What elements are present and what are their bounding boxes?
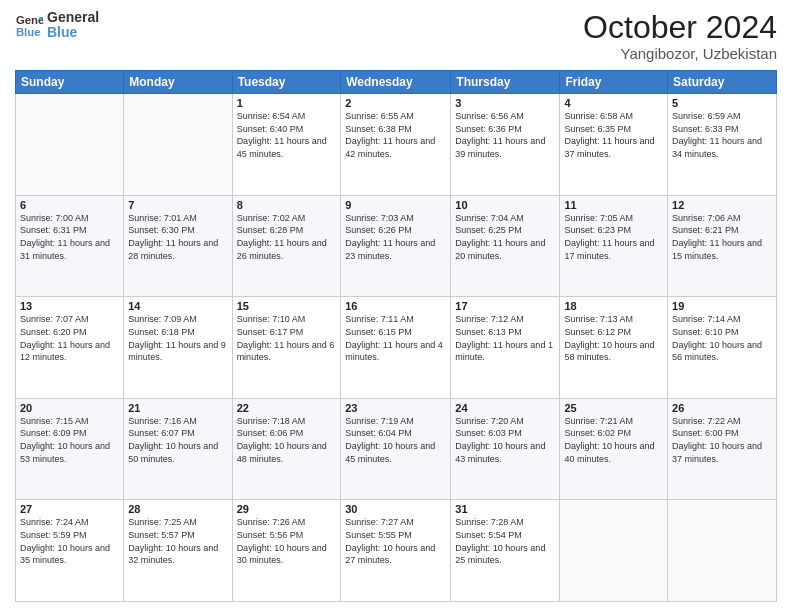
day-detail: Sunrise: 7:28 AMSunset: 5:54 PMDaylight:… xyxy=(455,516,555,566)
day-detail: Sunrise: 7:25 AMSunset: 5:57 PMDaylight:… xyxy=(128,516,227,566)
day-cell: 9Sunrise: 7:03 AMSunset: 6:26 PMDaylight… xyxy=(341,195,451,297)
day-cell: 4Sunrise: 6:58 AMSunset: 6:35 PMDaylight… xyxy=(560,94,668,196)
day-number: 1 xyxy=(237,97,337,109)
day-detail: Sunrise: 6:56 AMSunset: 6:36 PMDaylight:… xyxy=(455,110,555,160)
svg-text:Blue: Blue xyxy=(16,26,41,38)
day-cell: 19Sunrise: 7:14 AMSunset: 6:10 PMDayligh… xyxy=(668,297,777,399)
day-cell: 24Sunrise: 7:20 AMSunset: 6:03 PMDayligh… xyxy=(451,398,560,500)
weekday-thursday: Thursday xyxy=(451,71,560,94)
day-detail: Sunrise: 7:21 AMSunset: 6:02 PMDaylight:… xyxy=(564,415,663,465)
day-number: 17 xyxy=(455,300,555,312)
day-cell: 26Sunrise: 7:22 AMSunset: 6:00 PMDayligh… xyxy=(668,398,777,500)
header: General Blue General Blue October 2024 Y… xyxy=(15,10,777,62)
day-cell: 23Sunrise: 7:19 AMSunset: 6:04 PMDayligh… xyxy=(341,398,451,500)
day-detail: Sunrise: 6:58 AMSunset: 6:35 PMDaylight:… xyxy=(564,110,663,160)
day-detail: Sunrise: 7:26 AMSunset: 5:56 PMDaylight:… xyxy=(237,516,337,566)
day-number: 2 xyxy=(345,97,446,109)
day-number: 13 xyxy=(20,300,119,312)
day-number: 12 xyxy=(672,199,772,211)
day-number: 26 xyxy=(672,402,772,414)
day-number: 11 xyxy=(564,199,663,211)
weekday-sunday: Sunday xyxy=(16,71,124,94)
day-detail: Sunrise: 7:27 AMSunset: 5:55 PMDaylight:… xyxy=(345,516,446,566)
weekday-header-row: SundayMondayTuesdayWednesdayThursdayFrid… xyxy=(16,71,777,94)
weekday-tuesday: Tuesday xyxy=(232,71,341,94)
day-cell xyxy=(124,94,232,196)
day-number: 15 xyxy=(237,300,337,312)
day-number: 10 xyxy=(455,199,555,211)
day-cell: 25Sunrise: 7:21 AMSunset: 6:02 PMDayligh… xyxy=(560,398,668,500)
day-cell: 29Sunrise: 7:26 AMSunset: 5:56 PMDayligh… xyxy=(232,500,341,602)
day-detail: Sunrise: 7:24 AMSunset: 5:59 PMDaylight:… xyxy=(20,516,119,566)
day-detail: Sunrise: 7:22 AMSunset: 6:00 PMDaylight:… xyxy=(672,415,772,465)
day-cell: 15Sunrise: 7:10 AMSunset: 6:17 PMDayligh… xyxy=(232,297,341,399)
day-cell: 10Sunrise: 7:04 AMSunset: 6:25 PMDayligh… xyxy=(451,195,560,297)
location-title: Yangibozor, Uzbekistan xyxy=(583,45,777,62)
day-number: 18 xyxy=(564,300,663,312)
day-cell: 27Sunrise: 7:24 AMSunset: 5:59 PMDayligh… xyxy=(16,500,124,602)
day-number: 23 xyxy=(345,402,446,414)
day-cell: 18Sunrise: 7:13 AMSunset: 6:12 PMDayligh… xyxy=(560,297,668,399)
day-number: 8 xyxy=(237,199,337,211)
day-number: 19 xyxy=(672,300,772,312)
week-row-3: 20Sunrise: 7:15 AMSunset: 6:09 PMDayligh… xyxy=(16,398,777,500)
day-number: 29 xyxy=(237,503,337,515)
week-row-2: 13Sunrise: 7:07 AMSunset: 6:20 PMDayligh… xyxy=(16,297,777,399)
day-number: 30 xyxy=(345,503,446,515)
day-number: 16 xyxy=(345,300,446,312)
logo-general: General xyxy=(47,10,99,25)
day-detail: Sunrise: 7:06 AMSunset: 6:21 PMDaylight:… xyxy=(672,212,772,262)
day-detail: Sunrise: 7:16 AMSunset: 6:07 PMDaylight:… xyxy=(128,415,227,465)
day-cell: 17Sunrise: 7:12 AMSunset: 6:13 PMDayligh… xyxy=(451,297,560,399)
day-detail: Sunrise: 7:07 AMSunset: 6:20 PMDaylight:… xyxy=(20,313,119,363)
day-detail: Sunrise: 7:18 AMSunset: 6:06 PMDaylight:… xyxy=(237,415,337,465)
day-detail: Sunrise: 7:01 AMSunset: 6:30 PMDaylight:… xyxy=(128,212,227,262)
day-number: 21 xyxy=(128,402,227,414)
calendar-table: SundayMondayTuesdayWednesdayThursdayFrid… xyxy=(15,70,777,602)
day-detail: Sunrise: 7:00 AMSunset: 6:31 PMDaylight:… xyxy=(20,212,119,262)
calendar-page: General Blue General Blue October 2024 Y… xyxy=(0,0,792,612)
logo: General Blue General Blue xyxy=(15,10,99,41)
day-cell xyxy=(16,94,124,196)
day-detail: Sunrise: 7:13 AMSunset: 6:12 PMDaylight:… xyxy=(564,313,663,363)
day-cell xyxy=(560,500,668,602)
day-detail: Sunrise: 7:14 AMSunset: 6:10 PMDaylight:… xyxy=(672,313,772,363)
day-detail: Sunrise: 7:12 AMSunset: 6:13 PMDaylight:… xyxy=(455,313,555,363)
logo-icon: General Blue xyxy=(15,11,43,39)
day-cell: 13Sunrise: 7:07 AMSunset: 6:20 PMDayligh… xyxy=(16,297,124,399)
day-cell: 12Sunrise: 7:06 AMSunset: 6:21 PMDayligh… xyxy=(668,195,777,297)
day-number: 7 xyxy=(128,199,227,211)
day-number: 20 xyxy=(20,402,119,414)
day-cell: 1Sunrise: 6:54 AMSunset: 6:40 PMDaylight… xyxy=(232,94,341,196)
day-cell: 31Sunrise: 7:28 AMSunset: 5:54 PMDayligh… xyxy=(451,500,560,602)
day-cell: 21Sunrise: 7:16 AMSunset: 6:07 PMDayligh… xyxy=(124,398,232,500)
day-detail: Sunrise: 7:15 AMSunset: 6:09 PMDaylight:… xyxy=(20,415,119,465)
day-cell: 30Sunrise: 7:27 AMSunset: 5:55 PMDayligh… xyxy=(341,500,451,602)
weekday-monday: Monday xyxy=(124,71,232,94)
day-detail: Sunrise: 7:11 AMSunset: 6:15 PMDaylight:… xyxy=(345,313,446,363)
day-number: 5 xyxy=(672,97,772,109)
day-detail: Sunrise: 7:19 AMSunset: 6:04 PMDaylight:… xyxy=(345,415,446,465)
week-row-1: 6Sunrise: 7:00 AMSunset: 6:31 PMDaylight… xyxy=(16,195,777,297)
day-cell: 5Sunrise: 6:59 AMSunset: 6:33 PMDaylight… xyxy=(668,94,777,196)
day-detail: Sunrise: 6:59 AMSunset: 6:33 PMDaylight:… xyxy=(672,110,772,160)
week-row-4: 27Sunrise: 7:24 AMSunset: 5:59 PMDayligh… xyxy=(16,500,777,602)
day-detail: Sunrise: 7:02 AMSunset: 6:28 PMDaylight:… xyxy=(237,212,337,262)
day-cell: 14Sunrise: 7:09 AMSunset: 6:18 PMDayligh… xyxy=(124,297,232,399)
day-cell: 2Sunrise: 6:55 AMSunset: 6:38 PMDaylight… xyxy=(341,94,451,196)
day-cell: 16Sunrise: 7:11 AMSunset: 6:15 PMDayligh… xyxy=(341,297,451,399)
day-cell: 3Sunrise: 6:56 AMSunset: 6:36 PMDaylight… xyxy=(451,94,560,196)
day-number: 24 xyxy=(455,402,555,414)
day-detail: Sunrise: 7:04 AMSunset: 6:25 PMDaylight:… xyxy=(455,212,555,262)
day-detail: Sunrise: 7:03 AMSunset: 6:26 PMDaylight:… xyxy=(345,212,446,262)
day-number: 3 xyxy=(455,97,555,109)
day-detail: Sunrise: 6:55 AMSunset: 6:38 PMDaylight:… xyxy=(345,110,446,160)
day-cell: 7Sunrise: 7:01 AMSunset: 6:30 PMDaylight… xyxy=(124,195,232,297)
day-cell: 22Sunrise: 7:18 AMSunset: 6:06 PMDayligh… xyxy=(232,398,341,500)
day-cell: 28Sunrise: 7:25 AMSunset: 5:57 PMDayligh… xyxy=(124,500,232,602)
day-detail: Sunrise: 7:10 AMSunset: 6:17 PMDaylight:… xyxy=(237,313,337,363)
day-number: 14 xyxy=(128,300,227,312)
week-row-0: 1Sunrise: 6:54 AMSunset: 6:40 PMDaylight… xyxy=(16,94,777,196)
weekday-friday: Friday xyxy=(560,71,668,94)
title-block: October 2024 Yangibozor, Uzbekistan xyxy=(583,10,777,62)
